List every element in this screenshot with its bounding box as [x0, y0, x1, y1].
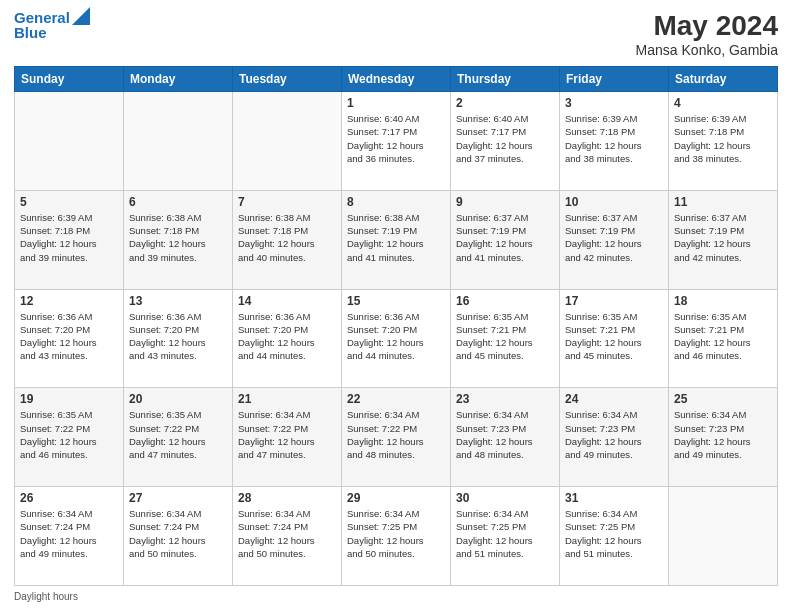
footer-text: Daylight hours — [14, 591, 78, 602]
day-info: Sunrise: 6:36 AMSunset: 7:20 PMDaylight:… — [238, 310, 336, 363]
day-info: Sunrise: 6:39 AMSunset: 7:18 PMDaylight:… — [565, 112, 663, 165]
sub-title: Mansa Konko, Gambia — [636, 42, 778, 58]
day-number: 1 — [347, 96, 445, 110]
calendar-week-row: 26Sunrise: 6:34 AMSunset: 7:24 PMDayligh… — [15, 487, 778, 586]
calendar-cell — [233, 92, 342, 191]
calendar-table: SundayMondayTuesdayWednesdayThursdayFrid… — [14, 66, 778, 586]
calendar-cell: 6Sunrise: 6:38 AMSunset: 7:18 PMDaylight… — [124, 190, 233, 289]
calendar-cell: 23Sunrise: 6:34 AMSunset: 7:23 PMDayligh… — [451, 388, 560, 487]
day-number: 6 — [129, 195, 227, 209]
day-info: Sunrise: 6:34 AMSunset: 7:25 PMDaylight:… — [456, 507, 554, 560]
day-info: Sunrise: 6:34 AMSunset: 7:22 PMDaylight:… — [238, 408, 336, 461]
calendar-cell: 18Sunrise: 6:35 AMSunset: 7:21 PMDayligh… — [669, 289, 778, 388]
day-info: Sunrise: 6:34 AMSunset: 7:24 PMDaylight:… — [129, 507, 227, 560]
calendar-cell: 19Sunrise: 6:35 AMSunset: 7:22 PMDayligh… — [15, 388, 124, 487]
day-number: 7 — [238, 195, 336, 209]
day-info: Sunrise: 6:34 AMSunset: 7:25 PMDaylight:… — [565, 507, 663, 560]
day-info: Sunrise: 6:35 AMSunset: 7:22 PMDaylight:… — [20, 408, 118, 461]
calendar-cell: 29Sunrise: 6:34 AMSunset: 7:25 PMDayligh… — [342, 487, 451, 586]
day-info: Sunrise: 6:34 AMSunset: 7:23 PMDaylight:… — [456, 408, 554, 461]
day-number: 23 — [456, 392, 554, 406]
day-number: 20 — [129, 392, 227, 406]
day-number: 14 — [238, 294, 336, 308]
calendar-cell: 4Sunrise: 6:39 AMSunset: 7:18 PMDaylight… — [669, 92, 778, 191]
day-info: Sunrise: 6:39 AMSunset: 7:18 PMDaylight:… — [20, 211, 118, 264]
day-info: Sunrise: 6:38 AMSunset: 7:18 PMDaylight:… — [129, 211, 227, 264]
calendar-week-row: 1Sunrise: 6:40 AMSunset: 7:17 PMDaylight… — [15, 92, 778, 191]
calendar-cell: 13Sunrise: 6:36 AMSunset: 7:20 PMDayligh… — [124, 289, 233, 388]
calendar-cell: 15Sunrise: 6:36 AMSunset: 7:20 PMDayligh… — [342, 289, 451, 388]
calendar-cell: 20Sunrise: 6:35 AMSunset: 7:22 PMDayligh… — [124, 388, 233, 487]
day-number: 24 — [565, 392, 663, 406]
calendar-cell: 25Sunrise: 6:34 AMSunset: 7:23 PMDayligh… — [669, 388, 778, 487]
calendar-header-row: SundayMondayTuesdayWednesdayThursdayFrid… — [15, 67, 778, 92]
day-info: Sunrise: 6:39 AMSunset: 7:18 PMDaylight:… — [674, 112, 772, 165]
svg-marker-0 — [72, 7, 90, 25]
calendar-cell: 12Sunrise: 6:36 AMSunset: 7:20 PMDayligh… — [15, 289, 124, 388]
calendar-cell: 24Sunrise: 6:34 AMSunset: 7:23 PMDayligh… — [560, 388, 669, 487]
calendar-cell — [15, 92, 124, 191]
day-info: Sunrise: 6:34 AMSunset: 7:23 PMDaylight:… — [565, 408, 663, 461]
day-number: 16 — [456, 294, 554, 308]
calendar-cell — [124, 92, 233, 191]
day-number: 30 — [456, 491, 554, 505]
day-info: Sunrise: 6:38 AMSunset: 7:18 PMDaylight:… — [238, 211, 336, 264]
day-number: 8 — [347, 195, 445, 209]
calendar-header-friday: Friday — [560, 67, 669, 92]
calendar-cell: 22Sunrise: 6:34 AMSunset: 7:22 PMDayligh… — [342, 388, 451, 487]
day-info: Sunrise: 6:35 AMSunset: 7:21 PMDaylight:… — [674, 310, 772, 363]
page: General Blue May 2024 Mansa Konko, Gambi… — [0, 0, 792, 612]
day-number: 18 — [674, 294, 772, 308]
calendar-cell: 31Sunrise: 6:34 AMSunset: 7:25 PMDayligh… — [560, 487, 669, 586]
day-info: Sunrise: 6:34 AMSunset: 7:22 PMDaylight:… — [347, 408, 445, 461]
day-info: Sunrise: 6:36 AMSunset: 7:20 PMDaylight:… — [20, 310, 118, 363]
title-block: May 2024 Mansa Konko, Gambia — [636, 10, 778, 58]
calendar-header-tuesday: Tuesday — [233, 67, 342, 92]
day-number: 21 — [238, 392, 336, 406]
calendar-cell: 14Sunrise: 6:36 AMSunset: 7:20 PMDayligh… — [233, 289, 342, 388]
day-number: 15 — [347, 294, 445, 308]
calendar-header-sunday: Sunday — [15, 67, 124, 92]
day-number: 26 — [20, 491, 118, 505]
calendar-cell: 9Sunrise: 6:37 AMSunset: 7:19 PMDaylight… — [451, 190, 560, 289]
day-info: Sunrise: 6:35 AMSunset: 7:21 PMDaylight:… — [456, 310, 554, 363]
day-number: 19 — [20, 392, 118, 406]
day-number: 17 — [565, 294, 663, 308]
calendar-header-saturday: Saturday — [669, 67, 778, 92]
logo-triangle-icon — [72, 7, 90, 25]
day-info: Sunrise: 6:35 AMSunset: 7:21 PMDaylight:… — [565, 310, 663, 363]
day-number: 12 — [20, 294, 118, 308]
calendar-cell: 10Sunrise: 6:37 AMSunset: 7:19 PMDayligh… — [560, 190, 669, 289]
calendar-week-row: 19Sunrise: 6:35 AMSunset: 7:22 PMDayligh… — [15, 388, 778, 487]
calendar-header-monday: Monday — [124, 67, 233, 92]
calendar-cell: 26Sunrise: 6:34 AMSunset: 7:24 PMDayligh… — [15, 487, 124, 586]
calendar-cell: 5Sunrise: 6:39 AMSunset: 7:18 PMDaylight… — [15, 190, 124, 289]
day-info: Sunrise: 6:40 AMSunset: 7:17 PMDaylight:… — [456, 112, 554, 165]
day-number: 10 — [565, 195, 663, 209]
day-info: Sunrise: 6:34 AMSunset: 7:25 PMDaylight:… — [347, 507, 445, 560]
calendar-week-row: 12Sunrise: 6:36 AMSunset: 7:20 PMDayligh… — [15, 289, 778, 388]
day-info: Sunrise: 6:34 AMSunset: 7:24 PMDaylight:… — [238, 507, 336, 560]
calendar-week-row: 5Sunrise: 6:39 AMSunset: 7:18 PMDaylight… — [15, 190, 778, 289]
day-info: Sunrise: 6:34 AMSunset: 7:23 PMDaylight:… — [674, 408, 772, 461]
calendar-cell: 17Sunrise: 6:35 AMSunset: 7:21 PMDayligh… — [560, 289, 669, 388]
day-number: 3 — [565, 96, 663, 110]
day-number: 25 — [674, 392, 772, 406]
calendar-cell: 27Sunrise: 6:34 AMSunset: 7:24 PMDayligh… — [124, 487, 233, 586]
day-number: 13 — [129, 294, 227, 308]
day-number: 22 — [347, 392, 445, 406]
day-number: 29 — [347, 491, 445, 505]
logo: General Blue — [14, 10, 90, 41]
calendar-cell: 30Sunrise: 6:34 AMSunset: 7:25 PMDayligh… — [451, 487, 560, 586]
day-number: 9 — [456, 195, 554, 209]
day-info: Sunrise: 6:37 AMSunset: 7:19 PMDaylight:… — [674, 211, 772, 264]
calendar-header-wednesday: Wednesday — [342, 67, 451, 92]
day-number: 31 — [565, 491, 663, 505]
day-number: 4 — [674, 96, 772, 110]
calendar-cell: 2Sunrise: 6:40 AMSunset: 7:17 PMDaylight… — [451, 92, 560, 191]
calendar-header-thursday: Thursday — [451, 67, 560, 92]
day-info: Sunrise: 6:37 AMSunset: 7:19 PMDaylight:… — [456, 211, 554, 264]
header: General Blue May 2024 Mansa Konko, Gambi… — [14, 10, 778, 58]
calendar-cell: 8Sunrise: 6:38 AMSunset: 7:19 PMDaylight… — [342, 190, 451, 289]
day-number: 27 — [129, 491, 227, 505]
